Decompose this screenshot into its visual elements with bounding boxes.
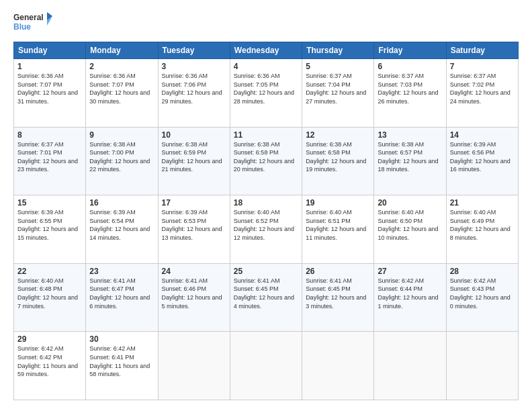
- calendar-cell: 28 Sunrise: 6:42 AMSunset: 6:43 PMDaylig…: [446, 263, 518, 332]
- day-number: 2: [89, 62, 154, 71]
- calendar-cell: 24 Sunrise: 6:41 AMSunset: 6:46 PMDaylig…: [158, 263, 230, 332]
- day-info: Sunrise: 6:38 AMSunset: 6:57 PMDaylight:…: [378, 141, 438, 173]
- day-number: 20: [378, 198, 442, 208]
- day-number: 21: [450, 198, 515, 208]
- day-number: 18: [234, 198, 298, 208]
- day-number: 28: [450, 267, 515, 276]
- day-number: 4: [234, 62, 298, 71]
- day-info: Sunrise: 6:40 AMSunset: 6:48 PMDaylight:…: [17, 277, 78, 310]
- svg-text:Blue: Blue: [13, 22, 31, 32]
- day-number: 3: [162, 62, 226, 71]
- day-info: Sunrise: 6:39 AMSunset: 6:56 PMDaylight:…: [450, 141, 511, 173]
- day-info: Sunrise: 6:40 AMSunset: 6:51 PMDaylight:…: [306, 209, 366, 241]
- day-number: 8: [17, 130, 82, 140]
- calendar-cell: 5 Sunrise: 6:37 AMSunset: 7:04 PMDayligh…: [302, 59, 374, 128]
- calendar-cell: 27 Sunrise: 6:42 AMSunset: 6:44 PMDaylig…: [374, 263, 446, 332]
- col-header-tuesday: Tuesday: [158, 42, 230, 59]
- calendar-cell: 9 Sunrise: 6:38 AMSunset: 7:00 PMDayligh…: [86, 127, 158, 195]
- calendar-week-row: 15 Sunrise: 6:39 AMSunset: 6:55 PMDaylig…: [14, 195, 519, 264]
- col-header-wednesday: Wednesday: [230, 42, 302, 59]
- calendar-cell: 23 Sunrise: 6:41 AMSunset: 6:47 PMDaylig…: [86, 263, 158, 332]
- day-number: 12: [306, 130, 370, 140]
- day-info: Sunrise: 6:39 AMSunset: 6:53 PMDaylight:…: [162, 209, 222, 241]
- calendar-cell: 25 Sunrise: 6:41 AMSunset: 6:45 PMDaylig…: [230, 263, 302, 332]
- day-info: Sunrise: 6:39 AMSunset: 6:55 PMDaylight:…: [17, 209, 78, 241]
- col-header-thursday: Thursday: [302, 42, 374, 59]
- col-header-friday: Friday: [374, 42, 446, 59]
- day-number: 10: [162, 130, 226, 140]
- calendar-cell: 6 Sunrise: 6:37 AMSunset: 7:03 PMDayligh…: [374, 59, 446, 128]
- day-number: 24: [162, 267, 226, 276]
- calendar-cell: 7 Sunrise: 6:37 AMSunset: 7:02 PMDayligh…: [446, 59, 518, 128]
- calendar-cell: 16 Sunrise: 6:39 AMSunset: 6:54 PMDaylig…: [86, 195, 158, 264]
- day-info: Sunrise: 6:37 AMSunset: 7:02 PMDaylight:…: [450, 73, 511, 105]
- calendar-week-row: 8 Sunrise: 6:37 AMSunset: 7:01 PMDayligh…: [14, 127, 519, 195]
- day-number: 11: [234, 130, 298, 140]
- calendar-cell: 19 Sunrise: 6:40 AMSunset: 6:51 PMDaylig…: [302, 195, 374, 264]
- day-number: 19: [306, 198, 370, 208]
- day-number: 16: [89, 198, 154, 208]
- day-number: 23: [89, 267, 154, 276]
- calendar-cell: 12 Sunrise: 6:38 AMSunset: 6:58 PMDaylig…: [302, 127, 374, 195]
- calendar-cell: [230, 332, 302, 400]
- day-number: 7: [450, 62, 515, 71]
- day-info: Sunrise: 6:40 AMSunset: 6:52 PMDaylight:…: [234, 209, 294, 241]
- header: General Blue: [13, 11, 519, 36]
- day-info: Sunrise: 6:40 AMSunset: 6:50 PMDaylight:…: [378, 209, 438, 241]
- logo: General Blue: [13, 11, 54, 36]
- calendar-cell: 30 Sunrise: 6:42 AMSunset: 6:41 PMDaylig…: [86, 332, 158, 400]
- calendar-cell: 4 Sunrise: 6:36 AMSunset: 7:05 PMDayligh…: [230, 59, 302, 128]
- calendar-cell: 21 Sunrise: 6:40 AMSunset: 6:49 PMDaylig…: [446, 195, 518, 264]
- col-header-sunday: Sunday: [14, 42, 86, 59]
- day-number: 25: [234, 267, 298, 276]
- day-info: Sunrise: 6:36 AMSunset: 7:07 PMDaylight:…: [89, 73, 150, 105]
- calendar-week-row: 22 Sunrise: 6:40 AMSunset: 6:48 PMDaylig…: [14, 263, 519, 332]
- day-number: 1: [17, 62, 82, 71]
- day-number: 17: [162, 198, 226, 208]
- day-info: Sunrise: 6:41 AMSunset: 6:47 PMDaylight:…: [89, 277, 150, 310]
- svg-text:General: General: [13, 13, 44, 22]
- day-number: 30: [89, 334, 154, 344]
- calendar-cell: [302, 332, 374, 400]
- day-info: Sunrise: 6:36 AMSunset: 7:07 PMDaylight:…: [17, 73, 78, 105]
- calendar-cell: 8 Sunrise: 6:37 AMSunset: 7:01 PMDayligh…: [14, 127, 86, 195]
- calendar-cell: 2 Sunrise: 6:36 AMSunset: 7:07 PMDayligh…: [86, 59, 158, 128]
- day-info: Sunrise: 6:41 AMSunset: 6:45 PMDaylight:…: [234, 277, 294, 310]
- calendar-week-row: 1 Sunrise: 6:36 AMSunset: 7:07 PMDayligh…: [14, 59, 519, 128]
- day-info: Sunrise: 6:41 AMSunset: 6:46 PMDaylight:…: [162, 277, 222, 310]
- day-info: Sunrise: 6:38 AMSunset: 6:58 PMDaylight:…: [234, 141, 294, 173]
- calendar-cell: 1 Sunrise: 6:36 AMSunset: 7:07 PMDayligh…: [14, 59, 86, 128]
- calendar-cell: 13 Sunrise: 6:38 AMSunset: 6:57 PMDaylig…: [374, 127, 446, 195]
- day-info: Sunrise: 6:36 AMSunset: 7:06 PMDaylight:…: [162, 73, 222, 105]
- calendar-cell: [374, 332, 446, 400]
- day-info: Sunrise: 6:38 AMSunset: 6:58 PMDaylight:…: [306, 141, 366, 173]
- calendar-cell: 3 Sunrise: 6:36 AMSunset: 7:06 PMDayligh…: [158, 59, 230, 128]
- day-info: Sunrise: 6:42 AMSunset: 6:43 PMDaylight:…: [450, 277, 511, 310]
- calendar-cell: 15 Sunrise: 6:39 AMSunset: 6:55 PMDaylig…: [14, 195, 86, 264]
- page: General Blue SundayMondayTuesdayWednesda…: [0, 0, 532, 411]
- calendar-cell: 17 Sunrise: 6:39 AMSunset: 6:53 PMDaylig…: [158, 195, 230, 264]
- day-number: 9: [89, 130, 154, 140]
- day-info: Sunrise: 6:38 AMSunset: 7:00 PMDaylight:…: [89, 141, 150, 173]
- day-info: Sunrise: 6:40 AMSunset: 6:49 PMDaylight:…: [450, 209, 511, 241]
- day-info: Sunrise: 6:42 AMSunset: 6:41 PMDaylight:…: [89, 345, 150, 377]
- col-header-saturday: Saturday: [446, 42, 518, 59]
- day-number: 5: [306, 62, 370, 71]
- calendar-cell: 26 Sunrise: 6:41 AMSunset: 6:45 PMDaylig…: [302, 263, 374, 332]
- calendar-cell: [158, 332, 230, 400]
- calendar-week-row: 29 Sunrise: 6:42 AMSunset: 6:42 PMDaylig…: [14, 332, 519, 400]
- calendar-cell: 14 Sunrise: 6:39 AMSunset: 6:56 PMDaylig…: [446, 127, 518, 195]
- day-number: 26: [306, 267, 370, 276]
- day-number: 22: [17, 267, 82, 276]
- day-number: 15: [17, 198, 82, 208]
- calendar-header-row: SundayMondayTuesdayWednesdayThursdayFrid…: [14, 42, 519, 59]
- day-info: Sunrise: 6:37 AMSunset: 7:03 PMDaylight:…: [378, 73, 438, 105]
- general-blue-logo: General Blue: [13, 11, 54, 36]
- day-info: Sunrise: 6:36 AMSunset: 7:05 PMDaylight:…: [234, 73, 294, 105]
- calendar-cell: 29 Sunrise: 6:42 AMSunset: 6:42 PMDaylig…: [14, 332, 86, 400]
- calendar-cell: 20 Sunrise: 6:40 AMSunset: 6:50 PMDaylig…: [374, 195, 446, 264]
- day-info: Sunrise: 6:38 AMSunset: 6:59 PMDaylight:…: [162, 141, 222, 173]
- day-info: Sunrise: 6:37 AMSunset: 7:04 PMDaylight:…: [306, 73, 366, 105]
- day-number: 6: [378, 62, 442, 71]
- day-info: Sunrise: 6:42 AMSunset: 6:42 PMDaylight:…: [17, 345, 78, 377]
